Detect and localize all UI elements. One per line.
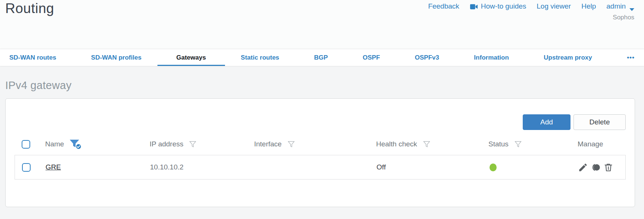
add-button[interactable]: Add bbox=[523, 114, 570, 130]
tab-overflow-menu[interactable]: ••• bbox=[627, 49, 635, 66]
column-header-interface: Interface bbox=[254, 140, 376, 149]
header-right: Feedback How-to guides Log viewer Help a… bbox=[428, 2, 634, 21]
page-title: Routing bbox=[5, 1, 54, 16]
table-toolbar: Add Delete bbox=[15, 114, 626, 130]
tab-static-routes[interactable]: Static routes bbox=[241, 49, 279, 66]
delete-button[interactable]: Delete bbox=[573, 114, 626, 130]
filter-icon[interactable] bbox=[287, 140, 296, 149]
column-label: Interface bbox=[254, 140, 282, 148]
header-checkbox-cell bbox=[15, 140, 45, 149]
help-link[interactable]: Help bbox=[581, 2, 596, 10]
ip-address-cell: 10.10.10.2 bbox=[150, 163, 254, 171]
log-viewer-link[interactable]: Log viewer bbox=[537, 2, 571, 10]
admin-username: admin bbox=[606, 2, 626, 10]
filter-icon[interactable] bbox=[514, 140, 522, 149]
content-area: IPv4 gateway Add Delete Name bbox=[0, 66, 644, 219]
select-all-checkbox[interactable] bbox=[22, 140, 30, 149]
tab-upstream-proxy[interactable]: Upstream proxy bbox=[544, 49, 592, 66]
tab-information[interactable]: Information bbox=[474, 49, 509, 66]
row-checkbox-cell bbox=[15, 163, 46, 172]
edit-icon[interactable] bbox=[578, 162, 588, 172]
table-row: GRE 10.10.10.2 Off bbox=[15, 155, 626, 180]
column-label: IP address bbox=[150, 140, 183, 148]
brand-label: Sophos bbox=[428, 14, 634, 21]
gateway-name-cell: GRE bbox=[46, 163, 150, 171]
filter-icon[interactable] bbox=[422, 140, 431, 149]
tab-bgp[interactable]: BGP bbox=[314, 49, 328, 66]
column-label: Name bbox=[45, 140, 64, 148]
clone-icon[interactable] bbox=[591, 162, 601, 172]
how-to-guides-label: How-to guides bbox=[481, 2, 526, 10]
section-title: IPv4 gateway bbox=[5, 79, 635, 92]
column-header-ip-address: IP address bbox=[150, 140, 254, 149]
column-label: Health check bbox=[376, 140, 417, 148]
routing-page: Routing Feedback How-to guides Log viewe… bbox=[0, 0, 644, 219]
status-cell bbox=[489, 164, 578, 171]
status-up-indicator bbox=[490, 164, 497, 171]
table-header-row: Name IP address bbox=[15, 138, 626, 150]
how-to-guides-link[interactable]: How-to guides bbox=[470, 2, 526, 10]
manage-cell bbox=[578, 162, 625, 172]
column-header-manage: Manage bbox=[578, 140, 626, 148]
chevron-down-icon bbox=[629, 5, 634, 8]
column-header-name: Name bbox=[45, 139, 150, 150]
column-label: Manage bbox=[578, 140, 603, 148]
tab-ospfv3[interactable]: OSPFv3 bbox=[415, 49, 439, 66]
ipv4-gateway-panel: Add Delete Name bbox=[5, 98, 635, 207]
column-label: Status bbox=[488, 140, 509, 148]
filter-active-icon[interactable] bbox=[69, 139, 82, 150]
header-nav: Feedback How-to guides Log viewer Help a… bbox=[428, 2, 634, 10]
video-camera-icon bbox=[470, 3, 478, 9]
tab-sdwan-routes[interactable]: SD-WAN routes bbox=[9, 49, 56, 66]
gateway-name-link[interactable]: GRE bbox=[46, 163, 61, 171]
filter-icon[interactable] bbox=[188, 140, 197, 149]
health-check-cell: Off bbox=[376, 163, 489, 171]
delete-icon[interactable] bbox=[603, 162, 613, 172]
tab-gateways[interactable]: Gateways bbox=[176, 49, 206, 66]
feedback-link[interactable]: Feedback bbox=[428, 2, 459, 10]
tab-ospf[interactable]: OSPF bbox=[363, 49, 380, 66]
routing-tab-bar: SD-WAN routes SD-WAN profiles Gateways S… bbox=[0, 49, 644, 66]
row-checkbox[interactable] bbox=[22, 163, 31, 172]
page-header: Routing Feedback How-to guides Log viewe… bbox=[0, 0, 644, 49]
column-header-health-check: Health check bbox=[376, 140, 488, 149]
admin-menu[interactable]: admin bbox=[606, 2, 634, 10]
tab-sdwan-profiles[interactable]: SD-WAN profiles bbox=[91, 49, 141, 66]
column-header-status: Status bbox=[488, 140, 578, 149]
